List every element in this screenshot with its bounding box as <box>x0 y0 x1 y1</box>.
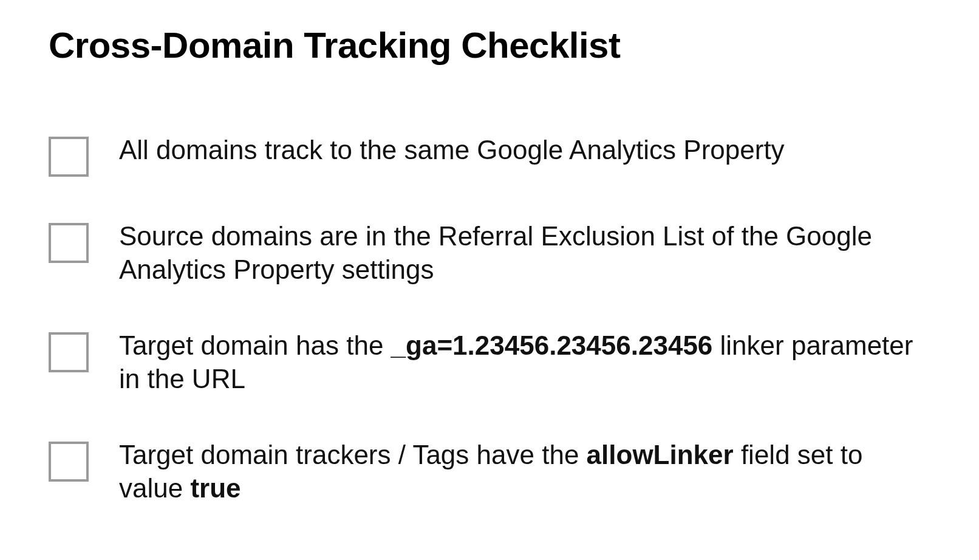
label-bold: true <box>190 473 240 503</box>
checklist-item: Target domain trackers / Tags have the a… <box>49 438 930 505</box>
checklist-item-label: Source domains are in the Referral Exclu… <box>119 219 930 286</box>
label-bold: allowLinker <box>587 440 734 470</box>
label-text: Target domain has the <box>119 330 391 360</box>
checklist-item: Target domain has the _ga=1.23456.23456.… <box>49 329 930 395</box>
checkbox-icon[interactable] <box>49 442 89 482</box>
label-text: Target domain trackers / Tags have the <box>119 440 587 470</box>
page-title: Cross-Domain Tracking Checklist <box>49 24 930 66</box>
checklist: All domains track to the same Google Ana… <box>49 133 930 505</box>
checkbox-icon[interactable] <box>49 332 89 372</box>
checkbox-icon[interactable] <box>49 223 89 263</box>
label-text: All domains track to the same Google Ana… <box>119 135 785 165</box>
checklist-item: All domains track to the same Google Ana… <box>49 133 930 177</box>
label-bold: _ga=1.23456.23456.23456 <box>391 330 713 360</box>
checklist-item-label: Target domain has the _ga=1.23456.23456.… <box>119 329 930 395</box>
checklist-item: Source domains are in the Referral Exclu… <box>49 219 930 286</box>
label-text: Source domains are in the Referral Exclu… <box>119 221 872 284</box>
checkbox-icon[interactable] <box>49 137 89 177</box>
checklist-item-label: All domains track to the same Google Ana… <box>119 133 930 166</box>
checklist-item-label: Target domain trackers / Tags have the a… <box>119 438 930 505</box>
page: Cross-Domain Tracking Checklist All doma… <box>0 0 979 529</box>
